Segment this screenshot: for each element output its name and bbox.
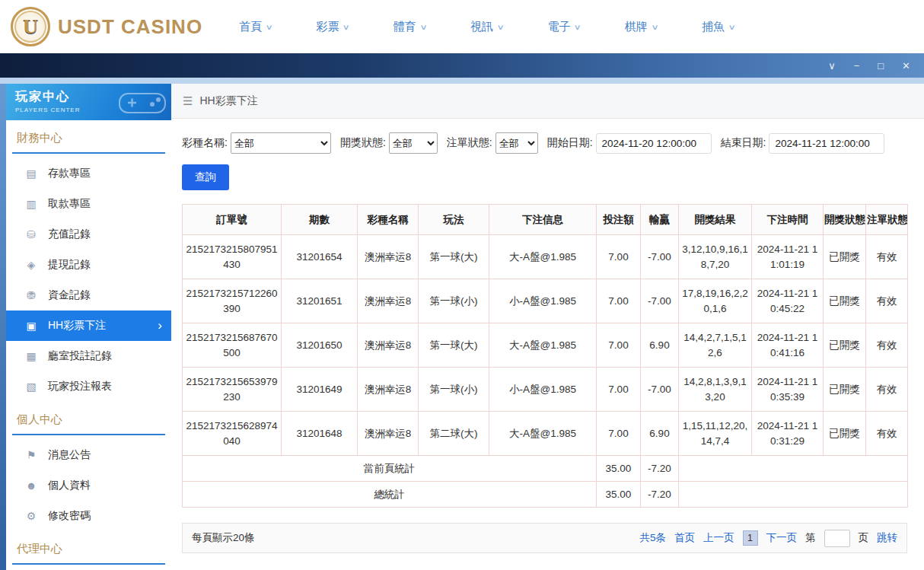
section-underline xyxy=(12,434,165,435)
section-title-agent: 代理中心 xyxy=(6,531,171,556)
current-page-button[interactable]: 1 xyxy=(743,530,758,546)
logo: U USDT CASINO xyxy=(11,7,202,46)
window-titlebar: ∨ − □ ✕ xyxy=(0,53,924,78)
window-minimize-icon[interactable]: − xyxy=(854,61,860,71)
first-page-link[interactable]: 首页 xyxy=(674,531,695,545)
sidebar-item-change-password[interactable]: ⚙ 修改密碼 xyxy=(6,501,171,531)
cell-play: 第一球(大) xyxy=(419,235,489,279)
nav-label: 視訊 xyxy=(470,20,493,34)
window-frame xyxy=(0,84,6,570)
cell-draw-status: 已開獎 xyxy=(824,323,866,368)
window-body: 玩家中心 PLAYERS CENTER 財務中心 ▤ 存款專區 ▥ 取款專區 ⛁… xyxy=(0,78,924,570)
cell-issue: 31201650 xyxy=(282,323,358,368)
cell-amount: 7.00 xyxy=(597,279,641,323)
window-maximize-icon[interactable]: □ xyxy=(878,61,884,71)
sidebar-item-hh-lottery-bets[interactable]: ▣ HH彩票下注 › xyxy=(6,310,171,341)
cell-lottery: 澳洲幸运8 xyxy=(358,235,419,279)
sidebar: 玩家中心 PLAYERS CENTER 財務中心 ▤ 存款專區 ▥ 取款專區 ⛁… xyxy=(6,84,171,570)
logo-text: USDT CASINO xyxy=(58,15,202,39)
deposit-icon: ▤ xyxy=(24,167,38,180)
window-close-icon[interactable]: ✕ xyxy=(902,61,910,71)
cell-result: 17,8,19,16,2,20,1,6 xyxy=(679,279,752,323)
sidebar-item-announcements[interactable]: ⚑ 消息公告 xyxy=(6,440,171,470)
sidebar-item-cashout-records[interactable]: ◈ 提現記錄 xyxy=(6,250,171,280)
window-collapse-icon[interactable]: ∨ xyxy=(828,61,836,71)
nav-item-video[interactable]: 視訊 ∨ xyxy=(470,20,503,34)
nav-label: 電子 xyxy=(547,20,570,34)
main-nav: 首頁 ∨ 彩票 ∨ 體育 ∨ 視訊 ∨ 電子 ∨ 棋牌 ∨ 捕魚 ∨ xyxy=(239,20,734,34)
cell-bet-time: 2024-11-21 10:45:22 xyxy=(752,279,824,323)
total-summary-win-loss: -7.20 xyxy=(641,482,679,508)
sidebar-item-profile[interactable]: ☻ 個人資料 xyxy=(6,470,171,501)
cell-play: 第一球(小) xyxy=(419,279,489,323)
cell-bet-info: 大-A盤@1.985 xyxy=(489,235,597,279)
column-header-play: 玩法 xyxy=(419,205,489,235)
nav-item-fishing[interactable]: 捕魚 ∨ xyxy=(702,20,734,34)
sidebar-item-funds-records[interactable]: ⛃ 資金記錄 xyxy=(6,280,171,310)
cell-order-no: 2152173215712260390 xyxy=(183,279,282,323)
sidebar-item-withdraw[interactable]: ▥ 取款專區 xyxy=(6,189,171,219)
cell-amount: 7.00 xyxy=(597,368,641,412)
cell-lottery: 澳洲幸运8 xyxy=(358,323,419,368)
sidebar-item-room-bet-records[interactable]: ▦ 廳室投註記錄 xyxy=(6,341,171,371)
next-page-link[interactable]: 下一页 xyxy=(766,531,798,545)
sidebar-item-label: 修改密碼 xyxy=(48,509,91,523)
table-header-row: 訂單號 期數 彩種名稱 玩法 下注信息 投注額 輸贏 開獎結果 下注時間 開獎狀… xyxy=(183,205,908,235)
cell-order-no: 2152173215807951430 xyxy=(183,235,282,279)
pagination-bar: 每頁顯示20條 共5条 首页 上一页 1 下一页 第 页 跳转 xyxy=(182,523,907,553)
order-status-select[interactable]: 全部 xyxy=(495,132,538,154)
cell-bet-time: 2024-11-21 10:35:39 xyxy=(752,368,824,412)
table-row: 2152173215653979230 31201649 澳洲幸运8 第一球(小… xyxy=(183,368,908,412)
lottery-name-select[interactable]: 全部 xyxy=(231,132,331,154)
page-title: HH彩票下注 xyxy=(199,94,257,108)
menu-icon: ☰ xyxy=(183,94,193,108)
cell-win-loss: 6.90 xyxy=(641,412,679,456)
page-summary-amount: 35.00 xyxy=(597,456,641,482)
column-header-draw-status: 開獎狀態 xyxy=(824,205,866,235)
sidebar-item-deposit[interactable]: ▤ 存款專區 xyxy=(6,158,171,189)
cell-issue: 31201649 xyxy=(282,368,358,412)
prev-page-link[interactable]: 上一页 xyxy=(703,531,734,545)
goto-prefix-label: 第 xyxy=(805,531,816,545)
filter-row: 彩種名稱: 全部 開獎狀態: 全部 注單狀態: 全部 開始日期: 結束日期: xyxy=(182,132,913,154)
sidebar-item-label: 資金記錄 xyxy=(48,288,91,302)
cell-order-status: 有效 xyxy=(866,279,908,323)
cell-result: 1,15,11,12,20,14,7,4 xyxy=(679,412,752,456)
total-count-text: 共5条 xyxy=(639,531,666,545)
goto-page-input[interactable] xyxy=(824,530,850,547)
sidebar-item-player-bet-report[interactable]: ▧ 玩家投注報表 xyxy=(6,371,171,402)
logo-monogram: U xyxy=(23,14,38,39)
sidebar-header: 玩家中心 PLAYERS CENTER xyxy=(6,84,171,120)
cell-order-no: 2152173215628974040 xyxy=(183,412,282,456)
nav-item-lottery[interactable]: 彩票 ∨ xyxy=(316,20,349,34)
nav-item-sports[interactable]: 體育 ∨ xyxy=(393,20,426,34)
cell-lottery: 澳洲幸运8 xyxy=(358,279,419,323)
table-row: 2152173215628974040 31201648 澳洲幸运8 第二球(大… xyxy=(183,412,908,456)
nav-item-slots[interactable]: 電子 ∨ xyxy=(547,20,580,34)
goto-button[interactable]: 跳转 xyxy=(877,531,897,545)
total-summary-amount: 35.00 xyxy=(597,482,641,508)
nav-item-cards[interactable]: 棋牌 ∨ xyxy=(625,20,658,34)
cell-draw-status: 已開獎 xyxy=(824,235,866,279)
cell-win-loss: -7.00 xyxy=(641,279,679,323)
table-row: 2152173215687670500 31201650 澳洲幸运8 第一球(大… xyxy=(183,323,908,368)
query-button[interactable]: 查詢 xyxy=(182,164,229,190)
sidebar-item-label: 充值記錄 xyxy=(48,228,91,241)
nav-item-home[interactable]: 首頁 ∨ xyxy=(239,20,272,34)
nav-label: 體育 xyxy=(393,20,416,34)
sidebar-item-recharge-records[interactable]: ⛁ 充值記錄 xyxy=(6,219,171,250)
page-size-text: 每頁顯示20條 xyxy=(192,531,255,545)
nav-label: 彩票 xyxy=(316,20,339,34)
cell-bet-info: 小-A盤@1.985 xyxy=(489,368,597,412)
start-date-input[interactable] xyxy=(596,133,712,154)
cell-issue: 31201648 xyxy=(282,412,358,456)
sidebar-item-label: 存款專區 xyxy=(48,167,91,180)
section-underline xyxy=(12,563,165,565)
cell-lottery: 澳洲幸运8 xyxy=(358,368,419,412)
end-date-input[interactable] xyxy=(769,133,884,154)
cell-order-status: 有效 xyxy=(866,323,908,368)
total-summary-row: 總統計 35.00 -7.20 xyxy=(183,482,908,508)
cell-bet-info: 大-A盤@1.985 xyxy=(489,323,597,368)
pager: 共5条 首页 上一页 1 下一页 第 页 跳转 xyxy=(639,530,897,547)
draw-status-select[interactable]: 全部 xyxy=(389,132,438,154)
